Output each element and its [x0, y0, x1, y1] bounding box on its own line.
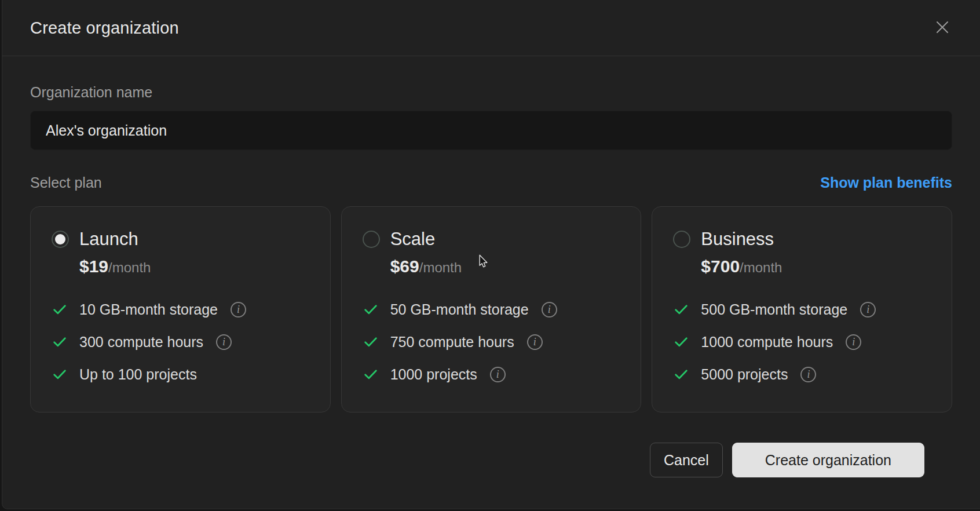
info-icon[interactable]: i [490, 367, 506, 382]
feature-row: 5000 projects i [673, 364, 932, 384]
dialog-body: Organization name Select plan Show plan … [2, 84, 980, 477]
info-icon[interactable]: i [216, 334, 232, 350]
dialog-footer: Cancel Create organization [30, 443, 952, 477]
feature-text: Up to 100 projects [79, 366, 197, 383]
feature-row: Up to 100 projects [52, 364, 310, 384]
show-plan-benefits-link[interactable]: Show plan benefits [820, 174, 952, 191]
organization-name-input[interactable] [30, 111, 952, 150]
organization-name-label: Organization name [30, 84, 952, 101]
plan-period: /month [108, 260, 151, 276]
feature-text: 300 compute hours [79, 334, 203, 351]
check-icon [52, 334, 68, 350]
feature-row: 1000 compute hours i [673, 332, 932, 352]
feature-row: 750 compute hours i [363, 332, 621, 352]
plan-price: $19 [79, 257, 108, 276]
check-icon [363, 366, 379, 382]
close-button[interactable] [933, 18, 952, 38]
plan-radio-launch[interactable] [52, 231, 69, 248]
feature-text: 50 GB-month storage [390, 301, 529, 318]
plan-radio-scale[interactable] [363, 231, 380, 248]
feature-row: 300 compute hours i [52, 332, 310, 352]
plan-name: Business [701, 229, 774, 250]
dialog-header: Create organization [2, 0, 980, 56]
feature-text: 1000 compute hours [701, 334, 833, 351]
check-icon [363, 334, 379, 350]
close-icon [934, 19, 950, 37]
plan-card-scale[interactable]: Scale $69 /month 50 GB-month storage i [341, 206, 642, 413]
plan-radio-business[interactable] [673, 231, 690, 248]
plans-grid: Launch $19 /month 10 GB-month storage i [30, 206, 952, 413]
info-icon[interactable]: i [231, 302, 246, 317]
check-icon [673, 334, 689, 350]
info-icon[interactable]: i [846, 334, 861, 350]
check-icon [673, 301, 689, 317]
plan-card-launch[interactable]: Launch $19 /month 10 GB-month storage i [30, 206, 331, 413]
plan-period: /month [740, 260, 782, 276]
feature-text: 750 compute hours [390, 334, 514, 351]
feature-text: 10 GB-month storage [79, 301, 218, 318]
check-icon [52, 301, 68, 317]
dialog-title: Create organization [30, 19, 179, 38]
create-organization-button[interactable]: Create organization [732, 443, 924, 477]
plan-card-business[interactable]: Business $700 /month 500 GB-month storag… [652, 206, 952, 413]
info-icon[interactable]: i [800, 367, 816, 382]
feature-text: 5000 projects [701, 366, 788, 383]
info-icon[interactable]: i [860, 302, 876, 317]
info-icon[interactable]: i [527, 334, 543, 350]
plan-name: Scale [390, 229, 436, 250]
create-organization-dialog: Create organization Organization name Se… [2, 0, 980, 509]
check-icon [363, 301, 379, 317]
feature-row: 1000 projects i [363, 364, 621, 384]
plan-price: $69 [390, 257, 419, 276]
info-icon[interactable]: i [542, 302, 557, 317]
check-icon [673, 366, 689, 382]
plan-price: $700 [701, 257, 740, 276]
plan-period: /month [419, 260, 462, 276]
select-plan-label: Select plan [30, 174, 102, 191]
feature-text: 1000 projects [390, 366, 477, 383]
feature-row: 500 GB-month storage i [673, 300, 932, 319]
cancel-button[interactable]: Cancel [650, 443, 723, 477]
plan-name: Launch [79, 229, 138, 250]
check-icon [52, 366, 68, 382]
feature-row: 50 GB-month storage i [363, 300, 621, 319]
feature-row: 10 GB-month storage i [52, 300, 310, 319]
feature-text: 500 GB-month storage [701, 301, 847, 318]
